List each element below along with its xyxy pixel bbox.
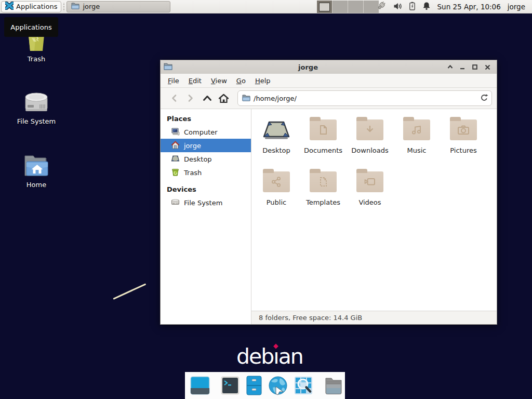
sidebar-item-trash[interactable]: Trash	[161, 166, 251, 179]
sidebar: Places Computer	[161, 109, 251, 324]
folder-item-desktop[interactable]: Desktop	[253, 116, 300, 166]
taskbar-window-label: jorge	[83, 3, 100, 10]
forward-button[interactable]	[183, 91, 197, 105]
file-manager-button[interactable]	[245, 375, 263, 396]
maximize-icon	[472, 64, 477, 70]
templates-folder-icon	[310, 171, 337, 192]
applications-tooltip: Applications	[4, 17, 58, 37]
sidebar-item-file-system[interactable]: File System	[161, 196, 251, 209]
sidebar-places-header: Places	[161, 112, 251, 125]
sidebar-item-computer[interactable]: Computer	[161, 125, 251, 139]
window-folder-icon	[164, 62, 172, 72]
sidebar-item-desktop[interactable]: Desktop	[161, 152, 251, 166]
notifications-bell-icon[interactable]	[422, 2, 431, 12]
back-button[interactable]	[167, 91, 181, 105]
reload-button[interactable]	[480, 94, 488, 103]
titlebar[interactable]: jorge	[161, 60, 497, 74]
menu-edit[interactable]: Edit	[184, 75, 206, 87]
cursor-trail-line	[113, 283, 146, 300]
folder-item-documents[interactable]: Documents	[300, 116, 347, 166]
taskbar-window-button[interactable]: jorge	[66, 1, 170, 12]
menu-go[interactable]: Go	[232, 75, 250, 87]
shade-icon	[447, 65, 453, 69]
sidebar-devices-header: Devices	[161, 179, 251, 196]
dock	[185, 372, 345, 399]
folder-shortcut-button[interactable]	[323, 375, 344, 396]
shade-button[interactable]	[444, 61, 456, 73]
home-button[interactable]	[217, 91, 231, 105]
folder-icon	[71, 2, 79, 11]
volume-icon[interactable]	[393, 2, 402, 12]
menu-view[interactable]: View	[206, 75, 232, 87]
window-title: jorge	[172, 63, 444, 71]
top-panel: Applications jorge	[0, 0, 532, 14]
folder-icon	[323, 376, 344, 395]
folder-item-music[interactable]: Music	[393, 116, 440, 166]
folder-item-pictures[interactable]: Pictures	[440, 116, 487, 166]
up-button[interactable]	[200, 91, 214, 105]
up-icon	[203, 95, 212, 101]
location-bar[interactable]: /home/jorge/	[237, 90, 492, 106]
hard-drive-icon	[23, 87, 50, 114]
location-path[interactable]: /home/jorge/	[254, 95, 477, 102]
xfce-logo-icon	[5, 2, 14, 11]
tooltip-text: Applications	[10, 23, 51, 31]
folder-item-videos[interactable]: Videos	[347, 168, 393, 218]
maximize-button[interactable]	[469, 61, 481, 73]
show-desktop-button[interactable]	[190, 375, 210, 396]
workspace-switcher[interactable]	[317, 1, 379, 13]
folder-label: Templates	[306, 198, 340, 206]
home-icon	[171, 141, 180, 151]
home-folder-icon	[23, 151, 50, 178]
panel-clock[interactable]: Sun 25 Apr, 10:06	[437, 3, 501, 11]
menubar: File Edit View Go Help	[161, 74, 497, 88]
applications-menu-button[interactable]: Applications	[1, 1, 61, 12]
terminal-button[interactable]	[220, 375, 241, 396]
folder-item-public[interactable]: Public	[253, 168, 300, 218]
menu-file[interactable]: File	[163, 75, 184, 87]
minimize-icon	[460, 64, 465, 70]
menu-help[interactable]: Help	[250, 75, 275, 87]
drag-handle-icon[interactable]	[62, 2, 65, 11]
folder-item-downloads[interactable]: Downloads	[347, 116, 393, 166]
panel-username[interactable]: jorge	[508, 3, 525, 11]
downloads-folder-icon	[356, 119, 383, 140]
battery-charging-icon[interactable]	[409, 2, 416, 12]
workspace-3[interactable]	[348, 1, 363, 13]
folder-label: Videos	[358, 198, 381, 206]
folder-label: Documents	[304, 147, 342, 154]
sidebar-item-jorge[interactable]: jorge	[161, 139, 251, 152]
application-finder-button[interactable]	[293, 375, 314, 396]
sidebar-item-label: Desktop	[184, 155, 212, 163]
web-browser-button[interactable]	[268, 375, 288, 396]
plug-icon[interactable]	[377, 1, 387, 12]
folder-label: Downloads	[351, 147, 388, 154]
minimize-button[interactable]	[456, 61, 469, 73]
application-finder-icon	[293, 375, 314, 396]
system-tray: Sun 25 Apr, 10:06 jorge	[377, 0, 532, 14]
folder-item-templates[interactable]: Templates	[300, 168, 347, 218]
desktop-icon-file-system[interactable]: File System	[11, 87, 61, 125]
statusbar: 8 folders, Free space: 14.4 GiB	[251, 311, 497, 324]
web-browser-icon	[268, 375, 288, 396]
home-icon	[218, 94, 229, 103]
public-folder-icon	[263, 171, 290, 192]
desktop-icon-label: Trash	[28, 55, 45, 63]
debian-logo-text: an	[278, 344, 303, 369]
drive-icon	[171, 198, 180, 208]
desktop-icon-label: File System	[17, 117, 56, 125]
terminal-icon	[220, 375, 241, 396]
folder-icon-view[interactable]: Desktop Documents Downloads	[251, 109, 497, 311]
toolbar: /home/jorge/	[161, 88, 497, 109]
computer-icon	[171, 127, 180, 137]
sidebar-item-label: File System	[184, 199, 222, 207]
workspace-1[interactable]	[317, 1, 332, 13]
desktop-icon-home[interactable]: Home	[11, 151, 61, 189]
debian-logo-text: deb	[236, 344, 273, 369]
close-button[interactable]	[481, 61, 494, 73]
sidebar-item-label: jorge	[184, 142, 201, 150]
file-manager-icon	[245, 375, 263, 396]
workspace-2[interactable]	[332, 1, 348, 13]
forward-icon	[188, 94, 194, 102]
videos-folder-icon	[356, 171, 383, 192]
